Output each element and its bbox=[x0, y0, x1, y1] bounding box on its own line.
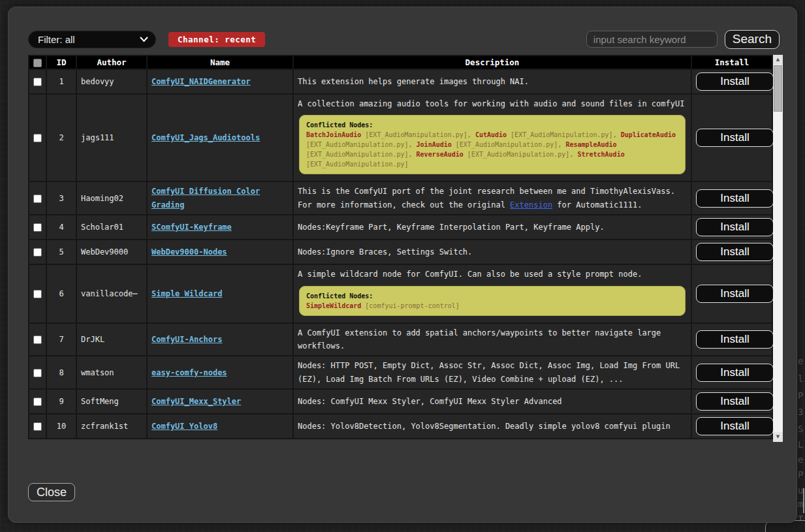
install-button[interactable]: Install bbox=[696, 392, 773, 411]
table-row: 9SoftMengComfyUI_Mexx_StylerNodes: Comfy… bbox=[29, 390, 772, 413]
install-button[interactable]: Install bbox=[696, 243, 773, 261]
select-all-checkbox[interactable] bbox=[33, 59, 42, 67]
install-button[interactable]: Install bbox=[696, 364, 773, 382]
occluded-text-fragment: P bbox=[798, 390, 805, 401]
column-header-name: Name bbox=[148, 56, 292, 69]
occluded-text-fragment: P bbox=[798, 469, 805, 480]
row-author: bedovyy bbox=[77, 70, 146, 93]
conflicted-node-name: StretchAudio bbox=[577, 151, 624, 158]
extension-name-link[interactable]: SComfyUI-Keyframe bbox=[151, 223, 232, 232]
extension-name-link[interactable]: ComfyUI_Jags_Audiotools bbox=[151, 133, 260, 142]
row-checkbox[interactable] bbox=[33, 223, 42, 232]
row-author: SoftMeng bbox=[77, 390, 146, 413]
conflicted-nodes-warning: Conflicted Nodes:SimpleWildcard [comfyui… bbox=[299, 286, 686, 316]
install-button[interactable]: Install bbox=[696, 129, 773, 147]
column-header-install: Install bbox=[692, 56, 772, 69]
search-input[interactable] bbox=[586, 31, 718, 48]
conflicted-node-file: [EXT_AudioManipulation.py], bbox=[464, 151, 578, 158]
extension-name-link[interactable]: ComfyUI Yolov8 bbox=[151, 422, 217, 431]
row-id: 1 bbox=[47, 70, 76, 93]
row-description: A ComfyUI extension to add spatial ancho… bbox=[294, 324, 691, 356]
install-button[interactable]: Install bbox=[696, 218, 773, 236]
row-checkbox[interactable] bbox=[33, 398, 42, 406]
occluded-menu-edge bbox=[803, 488, 804, 513]
row-description: This extension helps generate images thr… bbox=[294, 70, 691, 93]
search-button[interactable]: Search bbox=[725, 30, 780, 49]
table-scrollbar[interactable]: ▲ ▼ bbox=[773, 55, 783, 442]
row-author: WebDev9000 bbox=[77, 240, 146, 264]
install-button[interactable]: Install bbox=[696, 72, 773, 91]
install-button[interactable]: Install bbox=[696, 330, 773, 349]
extension-name-link[interactable]: easy-comfy-nodes bbox=[151, 368, 227, 377]
row-id: 10 bbox=[47, 415, 76, 438]
scrollbar-up-arrow-icon[interactable]: ▲ bbox=[773, 55, 783, 65]
conflicted-node-name: CutAudio bbox=[475, 131, 507, 138]
table-row: 8wmatsoneasy-comfy-nodesNodes: HTTP POST… bbox=[29, 356, 772, 388]
conflicted-nodes-label: Conflicted Nodes: bbox=[306, 120, 678, 130]
extension-name-link[interactable]: ComfyUI_Mexx_Styler bbox=[151, 397, 241, 406]
row-checkbox[interactable] bbox=[33, 336, 42, 344]
install-button[interactable]: Install bbox=[696, 417, 773, 435]
scrollbar-thumb[interactable] bbox=[774, 65, 782, 112]
row-checkbox[interactable] bbox=[33, 422, 42, 431]
conflicted-node-name: SimpleWildcard bbox=[306, 302, 361, 309]
conflicted-node-file: [EXT_AudioManipulation.py], bbox=[361, 131, 475, 138]
extensions-table-zone: ID Author Name Description Install 1bedo… bbox=[28, 55, 783, 442]
extension-name-link[interactable]: ComfyUI Diffusion Color Grading bbox=[151, 187, 260, 209]
row-author: DrJKL bbox=[77, 324, 146, 356]
scrollbar-down-arrow-icon[interactable]: ▼ bbox=[773, 432, 783, 442]
row-id: 3 bbox=[47, 182, 76, 214]
extension-name-link[interactable]: ComfyUI_NAIDGenerator bbox=[151, 77, 251, 86]
row-description: Nodes: ComfyUI Mexx Styler, ComfyUI Mexx… bbox=[294, 390, 691, 413]
row-checkbox[interactable] bbox=[33, 195, 42, 203]
external-extension-link[interactable]: Extension bbox=[510, 200, 552, 210]
row-id: 7 bbox=[47, 324, 76, 356]
column-header-author: Author bbox=[77, 56, 146, 69]
row-description: A simple wildcard node for ComfyUI. Can … bbox=[294, 265, 691, 322]
row-id: 6 bbox=[47, 265, 76, 322]
conflicted-node-file: [EXT_AudioManipulation.py], bbox=[452, 141, 566, 148]
row-description: This is the ComfyUI port of the joint re… bbox=[294, 182, 691, 214]
row-description: Nodes:Keyframe Part, Keyframe Interpolat… bbox=[294, 215, 691, 239]
extension-name-link[interactable]: WebDev9000-Nodes bbox=[151, 247, 227, 257]
row-description: Nodes: HTTP POST, Empty Dict, Assoc Str,… bbox=[294, 356, 691, 388]
extension-name-link[interactable]: ComfyUI-Anchors bbox=[151, 335, 222, 344]
row-author: zcfrank1st bbox=[77, 415, 146, 438]
row-id: 5 bbox=[47, 240, 76, 264]
row-id: 4 bbox=[47, 215, 76, 239]
extensions-table-viewport: ID Author Name Description Install 1bedo… bbox=[28, 55, 773, 442]
conflicted-node-name: DuplicateAudio bbox=[621, 131, 676, 138]
channel-badge: Channel: recent bbox=[168, 32, 265, 47]
conflicted-node-name: ReverseAudio bbox=[417, 151, 464, 158]
row-checkbox[interactable] bbox=[33, 134, 42, 142]
install-button[interactable]: Install bbox=[696, 189, 773, 208]
conflicted-node-file: [comfyui-prompt-control] bbox=[361, 302, 460, 309]
table-row: 1bedovyyComfyUI_NAIDGeneratorThis extens… bbox=[29, 70, 772, 93]
row-id: 2 bbox=[47, 95, 76, 181]
row-description: Nodes:Ignore Braces, Settings Switch. bbox=[294, 240, 691, 264]
row-checkbox[interactable] bbox=[33, 290, 42, 298]
row-description: A collection amazing audio tools for wor… bbox=[294, 95, 691, 181]
conflicted-node-file: [EXT_AudioManipulation.py], bbox=[306, 141, 417, 148]
filter-select[interactable]: Filter: all bbox=[28, 31, 156, 48]
occluded-text-fragment: e bbox=[798, 356, 805, 366]
occluded-text-fragment: l bbox=[798, 373, 805, 384]
row-checkbox[interactable] bbox=[33, 78, 42, 86]
conflicted-nodes-warning: Conflicted Nodes:BatchJoinAudio [EXT_Aud… bbox=[299, 115, 686, 174]
table-row: 10zcfrank1stComfyUI Yolov8Nodes: Yolov8D… bbox=[29, 415, 772, 438]
row-author: Haoming02 bbox=[77, 182, 146, 214]
close-button[interactable]: Close bbox=[28, 483, 75, 501]
row-id: 8 bbox=[47, 356, 76, 388]
custom-nodes-installer-dialog: Filter: all Channel: recent Search ID bbox=[8, 7, 797, 523]
row-description: Nodes: Yolov8Detection, Yolov8Segmentati… bbox=[294, 415, 691, 438]
conflicted-node-file: [EXT_AudioManipulation.py], bbox=[507, 131, 621, 138]
extension-name-link[interactable]: Simple Wildcard bbox=[151, 289, 222, 298]
row-checkbox[interactable] bbox=[33, 248, 42, 257]
row-author: jags111 bbox=[77, 95, 146, 181]
row-checkbox[interactable] bbox=[33, 369, 42, 377]
conflicted-node-file: [EXT_AudioManipulation.py], bbox=[306, 151, 417, 158]
row-author: Scholar01 bbox=[77, 215, 146, 239]
conflicted-node-name: JoinAudio bbox=[417, 141, 452, 148]
dialog-toolbar: Filter: all Channel: recent Search bbox=[28, 29, 780, 49]
install-button[interactable]: Install bbox=[696, 285, 773, 303]
